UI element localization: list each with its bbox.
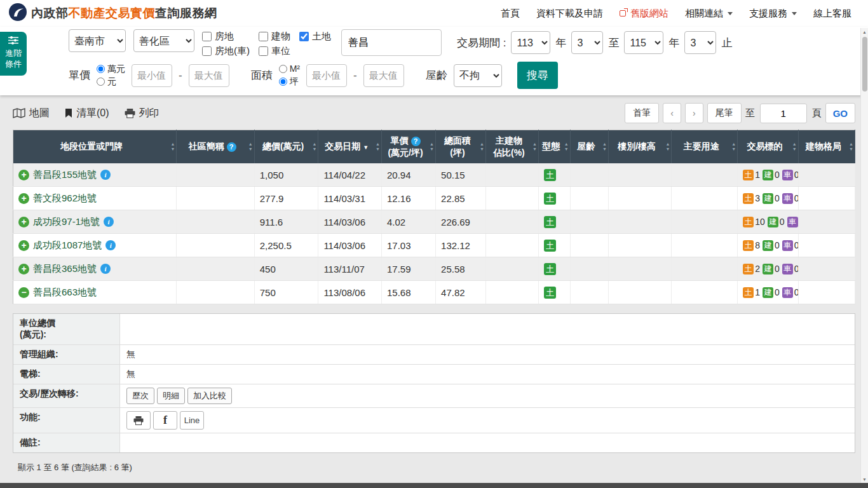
nav-item-5[interactable]: 線上客服 xyxy=(813,8,851,20)
column-header-3[interactable]: 交易日期▼▲ ▼ xyxy=(318,130,382,163)
expand-toggle-icon[interactable]: + xyxy=(18,170,29,180)
sort-toggle-icon[interactable]: ▲ ▼ xyxy=(564,142,569,152)
location-link[interactable]: 善昌段365地號 xyxy=(33,263,97,275)
sort-toggle-icon[interactable]: ▲ ▼ xyxy=(849,142,853,152)
expand-toggle-icon[interactable]: + xyxy=(18,264,29,274)
scrollbar-thumb[interactable] xyxy=(862,37,867,92)
transaction-detail-button[interactable]: 明細 xyxy=(157,388,185,404)
table-row-1[interactable]: + 善昌段155地號 i 1,050 114/04/22 20.94 50.15… xyxy=(13,163,855,187)
sort-toggle-icon[interactable]: ▲ ▼ xyxy=(170,142,175,152)
info-icon[interactable]: i xyxy=(100,170,111,180)
prev-page-button[interactable]: ‹ xyxy=(663,103,681,123)
table-row-2[interactable]: + 善文段962地號 i 277.9 114/03/31 12.16 22.85… xyxy=(13,187,855,210)
property-type-checkbox[interactable] xyxy=(202,32,212,41)
column-header-2[interactable]: 總價(萬元)▲ ▼ xyxy=(254,130,318,163)
area-unit-ping-radio[interactable] xyxy=(279,78,287,86)
search-button[interactable]: 搜尋 xyxy=(517,62,558,89)
advanced-criteria-button[interactable]: 進階 條件 xyxy=(0,32,27,76)
site-brand[interactable]: 內政部不動產交易實價查詢服務網 xyxy=(9,3,217,24)
vertical-scrollbar[interactable]: ▲ ▼ xyxy=(860,28,868,483)
property-type-checkbox[interactable] xyxy=(202,46,212,56)
location-link[interactable]: 成功段1087地號 xyxy=(33,240,102,252)
building-age-select[interactable]: 不拘 xyxy=(454,64,502,87)
help-icon[interactable]: ? xyxy=(227,142,236,152)
expand-toggle-icon[interactable]: + xyxy=(18,240,29,251)
column-header-12[interactable]: 建物格局▲ ▼ xyxy=(798,130,855,163)
sort-toggle-icon[interactable]: ▲ ▼ xyxy=(666,142,670,152)
area-unit-ping-option[interactable]: 坪 xyxy=(279,76,300,88)
location-link[interactable]: 善昌段155地號 xyxy=(33,169,97,181)
sort-toggle-icon[interactable]: ▲ ▼ xyxy=(248,142,253,152)
sort-toggle-icon[interactable]: ▲ ▼ xyxy=(480,142,484,152)
area-min-input[interactable] xyxy=(306,64,347,87)
map-view-button[interactable]: 地圖 xyxy=(13,107,50,120)
price-unit-yuan-option[interactable]: 元 xyxy=(97,76,125,88)
property-type-option-2[interactable]: 土地 xyxy=(299,30,331,43)
go-button[interactable]: GO xyxy=(825,103,855,123)
from-month-select[interactable]: 3 xyxy=(571,31,603,54)
price-unit-wan-option[interactable]: 萬元 xyxy=(97,63,125,76)
property-type-option-3[interactable]: 房地(車) xyxy=(202,45,250,57)
column-header-9[interactable]: 樓別/樓高▲ ▼ xyxy=(608,130,672,163)
property-type-checkbox[interactable] xyxy=(299,32,309,41)
column-header-6[interactable]: 主建物佔比(%)▲ ▼ xyxy=(485,130,538,163)
expand-toggle-icon[interactable]: + xyxy=(18,193,29,204)
location-link[interactable]: 善昌段663地號 xyxy=(33,287,97,299)
last-page-button[interactable]: 尾筆 xyxy=(707,103,742,123)
price-min-input[interactable] xyxy=(132,64,172,87)
nav-item-4[interactable]: 支援服務 xyxy=(749,8,797,20)
column-header-0[interactable]: 地段位置或門牌▲ ▼ xyxy=(13,130,177,163)
table-row-5[interactable]: + 善昌段365地號 i 450 113/11/07 17.59 25.58 土… xyxy=(13,257,855,281)
info-icon[interactable]: i xyxy=(100,264,111,274)
column-header-5[interactable]: 總面積(坪)▲ ▼ xyxy=(436,130,486,163)
column-header-7[interactable]: 型態▲ ▼ xyxy=(538,130,570,163)
column-header-10[interactable]: 主要用途▲ ▼ xyxy=(672,130,738,163)
column-header-1[interactable]: 社區簡稱?▲ ▼ xyxy=(177,130,254,163)
property-type-checkbox[interactable] xyxy=(259,46,268,56)
area-max-input[interactable] xyxy=(363,64,404,87)
scroll-up-arrow[interactable]: ▲ xyxy=(861,28,868,36)
expand-toggle-icon[interactable]: + xyxy=(18,217,29,227)
sort-toggle-icon[interactable]: ▲ ▼ xyxy=(312,142,316,152)
detail-print-button[interactable] xyxy=(126,411,151,430)
facebook-share-button[interactable]: f xyxy=(153,411,177,430)
to-month-select[interactable]: 3 xyxy=(684,31,716,54)
sort-toggle-icon[interactable]: ▲ ▼ xyxy=(602,142,607,152)
sort-toggle-icon[interactable]: ▲ ▼ xyxy=(430,142,434,152)
page-number-input[interactable] xyxy=(760,104,807,123)
first-page-button[interactable]: 首筆 xyxy=(625,103,659,123)
nav-item-0[interactable]: 首頁 xyxy=(501,8,520,20)
price-max-input[interactable] xyxy=(189,64,229,87)
district-select[interactable]: 善化區 xyxy=(133,29,194,52)
location-link[interactable]: 善文段962地號 xyxy=(33,193,97,205)
from-year-select[interactable]: 113 xyxy=(511,31,550,54)
area-unit-m2-option[interactable]: M² xyxy=(279,63,300,76)
info-icon[interactable]: i xyxy=(105,240,116,250)
table-row-3[interactable]: + 成功段97-1地號 i 911.6 114/03/06 4.02 226.6… xyxy=(13,210,855,234)
nav-item-1[interactable]: 資料下載及申請 xyxy=(536,8,603,20)
history-records-button[interactable]: 歷次 xyxy=(126,388,154,404)
price-unit-wan-radio[interactable] xyxy=(97,65,105,73)
column-header-11[interactable]: 交易標的▲ ▼ xyxy=(738,130,798,163)
property-type-checkbox[interactable] xyxy=(259,32,268,41)
next-page-button[interactable]: › xyxy=(685,103,703,123)
sort-toggle-icon[interactable]: ▲ ▼ xyxy=(731,142,736,152)
print-results-button[interactable]: 列印 xyxy=(125,107,159,120)
table-row-6[interactable]: − 善昌段663地號 i 750 113/08/06 15.68 47.82 土… xyxy=(13,281,855,304)
nav-item-2[interactable]: 舊版網站 xyxy=(620,8,668,20)
line-share-button[interactable]: Line xyxy=(180,411,204,430)
info-icon[interactable]: i xyxy=(104,217,114,227)
sort-toggle-icon[interactable]: ▲ ▼ xyxy=(792,142,797,152)
column-header-8[interactable]: 屋齡▲ ▼ xyxy=(570,130,608,163)
help-icon[interactable]: ? xyxy=(411,137,421,146)
sort-toggle-icon[interactable]: ▲ ▼ xyxy=(376,142,380,152)
area-unit-m2-radio[interactable] xyxy=(279,65,287,73)
price-unit-yuan-radio[interactable] xyxy=(97,78,105,86)
table-row-4[interactable]: + 成功段1087地號 i 2,250.5 114/03/06 17.03 13… xyxy=(13,234,855,257)
expand-toggle-icon[interactable]: − xyxy=(18,287,29,298)
scroll-down-arrow[interactable]: ▼ xyxy=(861,475,868,483)
keyword-input[interactable] xyxy=(341,29,442,56)
add-to-compare-button[interactable]: 加入比較 xyxy=(187,388,232,404)
nav-item-3[interactable]: 相關連結 xyxy=(685,8,733,20)
column-header-4[interactable]: 單價?(萬元/坪)▲ ▼ xyxy=(381,130,435,163)
